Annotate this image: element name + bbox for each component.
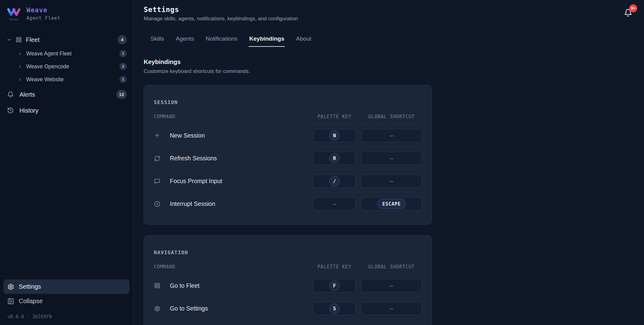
- unassigned-dash: –: [390, 155, 393, 162]
- unassigned-dash: –: [390, 305, 393, 312]
- app-subtitle: Agent Fleet: [26, 15, 60, 21]
- keybinding-row: Go to SettingsS–: [154, 297, 422, 320]
- sidebar-item-label: Alerts: [19, 91, 35, 98]
- command-label: Focus Prompt Input: [170, 178, 308, 185]
- chevron-right-icon: [18, 64, 22, 69]
- command-label: Refresh Sessions: [170, 155, 308, 162]
- sidebar-item-alerts[interactable]: Alerts 12: [0, 87, 133, 102]
- keybinding-cards: SESSIONCOMMANDPALETTE KEYGLOBAL SHORTCUT…: [144, 85, 634, 325]
- command-label: New Session: [170, 132, 308, 139]
- fleet-count-badge: 4: [118, 35, 127, 44]
- sidebar-item-label: History: [19, 107, 38, 114]
- app-logo-row[interactable]: Weave Weave Agent Fleet: [0, 0, 133, 27]
- app-root: Weave Weave Agent Fleet Fleet 4: [0, 0, 644, 325]
- sidebar-footer: Settings Collapse v0.6.0 · 3b169f0: [0, 276, 133, 325]
- alerts-count-badge: 12: [116, 90, 127, 99]
- session-count-badge: 2: [119, 63, 127, 70]
- gear-icon: [154, 306, 161, 312]
- app-title: Weave: [26, 6, 60, 14]
- keybinding-row: Refresh SessionsR–: [154, 147, 422, 170]
- refresh-icon: [154, 155, 161, 162]
- table-header-row: COMMANDPALETTE KEYGLOBAL SHORTCUT: [154, 264, 422, 274]
- keybindings-card-session: SESSIONCOMMANDPALETTE KEYGLOBAL SHORTCUT…: [144, 85, 432, 225]
- panel-collapse-icon: [7, 298, 14, 305]
- column-header: PALETTE KEY: [313, 264, 356, 270]
- sidebar-item-weave-opencode[interactable]: Weave Opencode 2: [0, 60, 133, 73]
- sidebar-item-weave-agent-fleet[interactable]: Weave Agent Fleet 1: [0, 47, 133, 60]
- logo-watermark-text: Weave: [10, 18, 18, 21]
- fleet-grid-icon: [16, 37, 22, 43]
- unassigned-dash: –: [390, 132, 393, 139]
- main-panel: Settings Manage skills, agents, notifica…: [133, 0, 644, 325]
- section-description: Customize keyboard shortcuts for command…: [144, 68, 634, 74]
- sidebar-item-history[interactable]: History: [0, 103, 133, 118]
- table-header-row: COMMANDPALETTE KEYGLOBAL SHORTCUT: [154, 114, 422, 124]
- unassigned-dash: –: [390, 178, 393, 184]
- global-shortcut-button[interactable]: –: [361, 152, 422, 165]
- session-count-badge: 1: [119, 50, 127, 57]
- key-badge: F: [329, 280, 340, 291]
- notification-count-badge: 9+: [629, 4, 637, 12]
- section-heading: Keybindings: [144, 58, 634, 66]
- tab-agents[interactable]: Agents: [175, 35, 194, 47]
- sidebar-nav: Fleet 4 Weave Agent Fleet 1 Weave Openco…: [0, 27, 133, 118]
- global-shortcut-button[interactable]: –: [361, 175, 422, 188]
- palette-key-button[interactable]: F: [313, 279, 356, 292]
- bell-icon: [7, 91, 14, 98]
- sidebar-item-collapse[interactable]: Collapse: [3, 294, 130, 308]
- tab-keybindings[interactable]: Keybindings: [249, 35, 285, 47]
- sidebar-subitem-label: Weave Website: [26, 76, 64, 83]
- keybinding-row: Focus Prompt Input/–: [154, 170, 422, 192]
- plus-icon: [154, 132, 161, 138]
- tab-skills[interactable]: Skills: [150, 35, 165, 47]
- sidebar-item-fleet[interactable]: Fleet 4: [0, 32, 133, 47]
- page-header: Settings Manage skills, agents, notifica…: [133, 0, 644, 27]
- command-label: Go to Settings: [170, 305, 308, 312]
- palette-key-button[interactable]: N: [313, 129, 356, 142]
- sidebar-item-settings[interactable]: Settings: [3, 279, 130, 294]
- chevron-down-icon: [6, 37, 12, 42]
- sidebar-spacer: [0, 118, 133, 276]
- tab-about[interactable]: About: [295, 35, 312, 47]
- global-shortcut-button[interactable]: –: [361, 302, 422, 315]
- global-shortcut-button[interactable]: –: [361, 279, 422, 292]
- chevron-right-icon: [18, 51, 22, 56]
- global-shortcut-button[interactable]: ESCAPE: [361, 197, 422, 211]
- sidebar-subitem-label: Weave Agent Fleet: [26, 50, 72, 57]
- sidebar-item-label: Settings: [19, 283, 41, 290]
- unassigned-dash: –: [390, 283, 393, 289]
- command-label: Go to Fleet: [170, 282, 308, 289]
- column-header: COMMAND: [154, 264, 308, 270]
- tab-notifications[interactable]: Notifications: [205, 35, 238, 47]
- sidebar-subitem-label: Weave Opencode: [26, 63, 69, 70]
- keybindings-card-navigation: NAVIGATIONCOMMANDPALETTE KEYGLOBAL SHORT…: [144, 235, 432, 325]
- palette-key-button[interactable]: R: [313, 152, 356, 165]
- sidebar-item-label: Collapse: [19, 298, 43, 305]
- palette-key-button[interactable]: –: [313, 197, 356, 211]
- column-header: GLOBAL SHORTCUT: [361, 114, 422, 119]
- key-badge: ESCAPE: [377, 199, 406, 209]
- key-badge: N: [329, 130, 340, 141]
- chevron-right-icon: [18, 77, 22, 82]
- column-header: PALETTE KEY: [313, 114, 356, 119]
- session-count-badge: 1: [119, 76, 127, 83]
- page-subtitle: Manage skills, agents, notifications, ke…: [144, 16, 298, 22]
- column-header: COMMAND: [154, 114, 308, 119]
- palette-key-button[interactable]: S: [313, 302, 356, 315]
- keybinding-row: Go to FleetF–: [154, 274, 422, 297]
- gear-icon: [7, 283, 14, 290]
- app-version: v0.6.0 · 3b169f0: [3, 308, 130, 322]
- sidebar-item-weave-website[interactable]: Weave Website 1: [0, 73, 133, 86]
- unassigned-dash: –: [333, 201, 336, 207]
- message-square-icon: [154, 178, 161, 184]
- key-badge: S: [329, 303, 340, 314]
- sidebar: Weave Weave Agent Fleet Fleet 4: [0, 0, 133, 325]
- command-label: Interrupt Session: [170, 200, 308, 207]
- global-shortcut-button[interactable]: –: [361, 129, 422, 142]
- palette-key-button[interactable]: /: [313, 175, 356, 188]
- settings-content: SkillsAgentsNotificationsKeybindingsAbou…: [133, 27, 644, 325]
- notifications-button[interactable]: 9+: [622, 7, 634, 19]
- grid-icon: [154, 283, 161, 289]
- card-section-label: NAVIGATION: [154, 250, 422, 255]
- keybinding-row: Interrupt Session–ESCAPE: [154, 192, 422, 215]
